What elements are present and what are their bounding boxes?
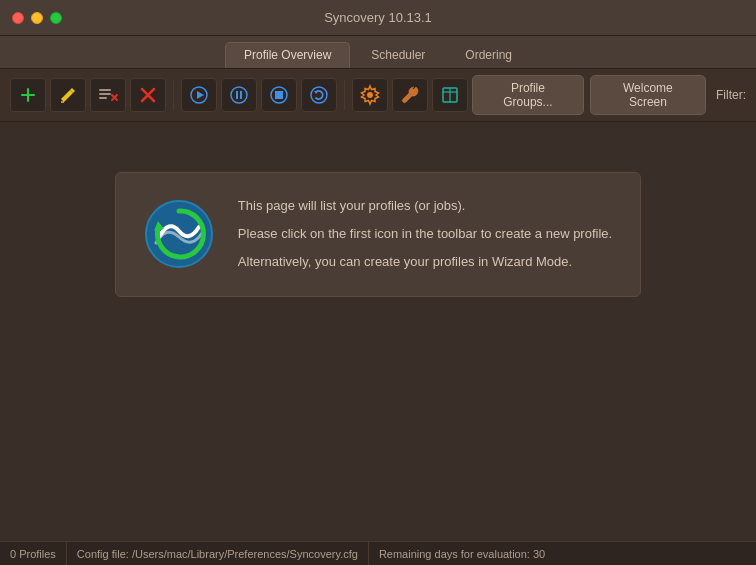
window-controls [12, 12, 62, 24]
status-bar: 0 Profiles Config file: /Users/mac/Libra… [0, 541, 756, 565]
svg-marker-11 [197, 91, 204, 99]
info-line-2: Please click on the first icon in the to… [238, 225, 612, 243]
maximize-button[interactable] [50, 12, 62, 24]
svg-rect-4 [99, 93, 111, 95]
status-profiles: 0 Profiles [0, 542, 67, 565]
add-profile-button[interactable] [10, 78, 46, 112]
svg-rect-1 [21, 94, 35, 96]
status-config-file: Config file: /Users/mac/Library/Preferen… [67, 542, 369, 565]
refresh-button[interactable] [301, 78, 337, 112]
status-eval: Remaining days for evaluation: 30 [369, 542, 555, 565]
svg-rect-14 [240, 91, 242, 99]
toolbar-separator-1 [173, 80, 174, 110]
window-title: Syncovery 10.13.1 [324, 10, 432, 25]
svg-point-19 [367, 92, 373, 98]
settings-button[interactable] [352, 78, 388, 112]
run-button[interactable] [181, 78, 217, 112]
wizard-button[interactable] [432, 78, 468, 112]
pause-button[interactable] [221, 78, 257, 112]
close-button[interactable] [12, 12, 24, 24]
svg-point-17 [311, 87, 327, 103]
toolbar: Profile Groups... Welcome Screen Filter: [0, 69, 756, 122]
svg-rect-16 [275, 91, 283, 99]
main-content: This page will list your profiles (or jo… [0, 122, 756, 502]
info-line-1: This page will list your profiles (or jo… [238, 197, 612, 215]
minimize-button[interactable] [31, 12, 43, 24]
profile-groups-button[interactable]: Profile Groups... [472, 75, 584, 115]
welcome-screen-button[interactable]: Welcome Screen [590, 75, 706, 115]
tools-button[interactable] [392, 78, 428, 112]
stop-button[interactable] [261, 78, 297, 112]
tab-profile-overview[interactable]: Profile Overview [225, 42, 350, 68]
info-text: This page will list your profiles (or jo… [238, 197, 612, 272]
svg-marker-18 [314, 91, 318, 94]
title-bar: Syncovery 10.13.1 [0, 0, 756, 36]
delete-profile-button[interactable] [130, 78, 166, 112]
svg-rect-5 [99, 97, 107, 99]
remove-text-button[interactable] [90, 78, 126, 112]
info-card: This page will list your profiles (or jo… [115, 172, 641, 297]
edit-profile-button[interactable] [50, 78, 86, 112]
toolbar-separator-2 [344, 80, 345, 110]
filter-label: Filter: [716, 88, 746, 102]
app-logo [144, 199, 214, 269]
info-line-3: Alternatively, you can create your profi… [238, 253, 612, 271]
tab-ordering[interactable]: Ordering [446, 42, 531, 68]
toolbar-right: Profile Groups... Welcome Screen Filter: [472, 75, 746, 115]
svg-rect-3 [99, 89, 111, 91]
svg-rect-13 [236, 91, 238, 99]
tab-scheduler[interactable]: Scheduler [352, 42, 444, 68]
tabs-row: Profile Overview Scheduler Ordering [0, 36, 756, 69]
svg-point-12 [231, 87, 247, 103]
